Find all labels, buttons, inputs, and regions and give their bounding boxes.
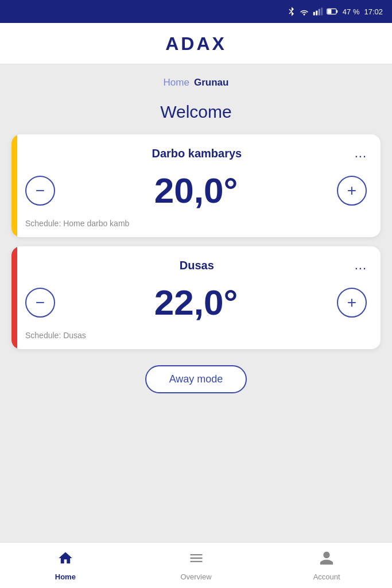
card-header-dusas: Dusas ... xyxy=(25,258,367,273)
device-card-darbo: Darbo kambarys ... − 20,0° + Schedule: H… xyxy=(11,134,381,237)
device-card-dusas: Dusas ... − 22,0° + Schedule: Dusas xyxy=(11,246,381,349)
svg-rect-1 xyxy=(316,11,317,16)
card-accent-dusas xyxy=(11,246,17,349)
schedule-darbo: Schedule: Home darbo kamb xyxy=(25,219,367,228)
overview-icon xyxy=(188,550,204,570)
device-name-darbo: Darbo kambarys xyxy=(39,147,355,160)
away-mode-container: Away mode xyxy=(0,349,392,399)
schedule-dusas: Schedule: Dusas xyxy=(25,331,367,340)
card-header-darbo: Darbo kambarys ... xyxy=(25,146,367,161)
nav-overview[interactable]: Overview xyxy=(131,546,262,586)
temperature-dusas: 22,0° xyxy=(154,282,238,323)
svg-rect-2 xyxy=(319,9,320,16)
svg-rect-6 xyxy=(327,9,331,14)
more-options-darbo[interactable]: ... xyxy=(355,146,367,161)
svg-rect-0 xyxy=(313,12,315,16)
welcome-title: Welcome xyxy=(0,93,392,134)
bottom-navigation: Home Overview Account xyxy=(0,542,392,588)
temperature-darbo: 20,0° xyxy=(154,170,238,211)
increase-temp-dusas[interactable]: + xyxy=(337,288,367,318)
battery-icon xyxy=(327,8,338,15)
card-body-darbo: − 20,0° + xyxy=(25,165,367,215)
account-icon xyxy=(319,550,335,570)
bluetooth-icon xyxy=(288,6,296,17)
breadcrumb: Home Grunau xyxy=(0,64,392,93)
status-icons xyxy=(288,6,338,17)
away-mode-button[interactable]: Away mode xyxy=(145,365,247,393)
breadcrumb-home[interactable]: Home xyxy=(164,77,189,88)
battery-text: 47 % xyxy=(343,7,360,16)
app-logo: ADAX xyxy=(165,33,227,55)
svg-rect-5 xyxy=(336,10,337,13)
increase-temp-darbo[interactable]: + xyxy=(337,176,367,206)
nav-home-label: Home xyxy=(55,572,76,581)
card-body-dusas: − 22,0° + xyxy=(25,277,367,327)
time-text: 17:02 xyxy=(364,7,383,16)
device-name-dusas: Dusas xyxy=(39,259,355,272)
status-bar: 47 % 17:02 xyxy=(0,0,392,23)
decrease-temp-darbo[interactable]: − xyxy=(25,176,55,206)
home-icon xyxy=(57,550,73,570)
card-accent-darbo xyxy=(11,134,17,237)
decrease-temp-dusas[interactable]: − xyxy=(25,288,55,318)
nav-overview-label: Overview xyxy=(180,572,211,581)
nav-account[interactable]: Account xyxy=(261,546,392,586)
device-list: Darbo kambarys ... − 20,0° + Schedule: H… xyxy=(0,134,392,349)
more-options-dusas[interactable]: ... xyxy=(355,258,367,273)
breadcrumb-grunau[interactable]: Grunau xyxy=(194,77,228,88)
nav-home[interactable]: Home xyxy=(0,546,131,586)
wifi-icon xyxy=(299,7,309,16)
svg-rect-3 xyxy=(321,7,323,16)
app-header: ADAX xyxy=(0,23,392,64)
nav-account-label: Account xyxy=(313,572,340,581)
main-content: Home Grunau Welcome Darbo kambarys ... −… xyxy=(0,64,392,542)
signal-icon xyxy=(313,7,323,16)
